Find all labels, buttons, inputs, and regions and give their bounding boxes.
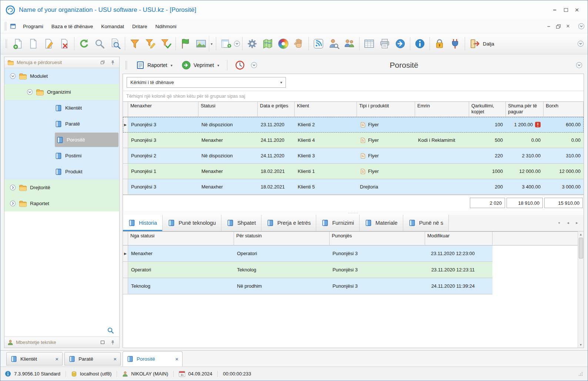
table-row[interactable]: ▶ Punonjësi 3 Në dispozicion 23.11.2020 … bbox=[123, 117, 584, 133]
news-feed-button[interactable] bbox=[311, 36, 326, 52]
close-button[interactable]: × bbox=[571, 6, 582, 14]
history-vertical-scrollbar[interactable]: ▲ ▼ bbox=[578, 231, 584, 348]
flag-button[interactable] bbox=[178, 36, 193, 52]
view-more-options-button[interactable] bbox=[576, 62, 582, 68]
tab-scroll-left-button[interactable]: ◄ bbox=[564, 220, 572, 226]
minimize-button[interactable]: – bbox=[549, 6, 560, 14]
data-search-combobox[interactable]: Kërkimi i të dhënave ▾ bbox=[127, 77, 286, 88]
table-row[interactable]: Punonjësi 3 Menaxher 24.11.2020 Klienti … bbox=[123, 133, 584, 148]
tab-pune-teknologu[interactable]: Punë teknologu bbox=[163, 215, 221, 231]
copy-document-button[interactable] bbox=[26, 36, 41, 52]
support-panel-header[interactable]: Mbeshtetje teknike bbox=[4, 337, 119, 348]
delete-document-button[interactable] bbox=[57, 36, 72, 52]
lock-button[interactable] bbox=[432, 36, 447, 52]
search-button[interactable] bbox=[92, 36, 107, 52]
info-button[interactable] bbox=[412, 36, 428, 52]
go-next-button[interactable] bbox=[392, 36, 408, 52]
splitter-handle[interactable]: ······· bbox=[123, 211, 584, 215]
table-button[interactable] bbox=[361, 36, 377, 52]
doc-tab-porosite[interactable]: Porositë × bbox=[123, 351, 183, 367]
image-button[interactable] bbox=[193, 36, 209, 52]
tree-item-produkt[interactable]: Produkt bbox=[4, 164, 119, 180]
column-header-modifikuar[interactable]: Modifikuar bbox=[425, 231, 492, 245]
column-header-emrin[interactable]: Emrin bbox=[415, 101, 469, 117]
table-row[interactable]: Punonjësi 2 Në dispozicion 24.11.2020 Kl… bbox=[123, 148, 584, 164]
hand-button[interactable] bbox=[291, 36, 307, 52]
tab-furnizimi[interactable]: Furnizimi bbox=[316, 215, 360, 231]
filter-apply-button[interactable] bbox=[158, 36, 174, 52]
group-by-drop-zone[interactable]: Tërhiqni një kolonë që shkon këtu për të… bbox=[123, 91, 584, 101]
column-header-klient[interactable]: Klient bbox=[295, 101, 357, 117]
sidebar-float-button[interactable] bbox=[99, 59, 106, 66]
tree-item-modulet[interactable]: Modulet bbox=[4, 68, 119, 84]
menu-komandat[interactable]: Komandat bbox=[97, 20, 128, 33]
view-toolbar-grip[interactable] bbox=[126, 61, 127, 70]
scrollbar-thumb[interactable] bbox=[579, 238, 583, 258]
add-panel-button[interactable] bbox=[218, 36, 234, 52]
support-float-button[interactable] bbox=[99, 339, 106, 346]
tab-shpatet[interactable]: Shpatet bbox=[221, 215, 261, 231]
mdi-minimize-button[interactable]: – bbox=[544, 22, 554, 30]
column-header-nga-statusi[interactable]: Nga statusi bbox=[128, 231, 234, 245]
filter-edit-button[interactable] bbox=[143, 36, 158, 52]
tree-item-drejtorite[interactable]: Drejtoritë bbox=[4, 180, 119, 195]
column-header-per-statusin[interactable]: Për statusin bbox=[234, 231, 330, 245]
view-toolbar-more-button[interactable] bbox=[251, 62, 257, 68]
toolbar-more-options-button[interactable] bbox=[577, 40, 584, 47]
column-header-qarkullimi[interactable]: Qarkullimi, kopjet bbox=[469, 101, 506, 117]
close-tab-icon[interactable]: × bbox=[55, 356, 59, 362]
column-header-statusi[interactable]: Statusi bbox=[198, 101, 258, 117]
plug-button[interactable] bbox=[447, 36, 463, 52]
tree-item-parate[interactable]: Paratë bbox=[4, 116, 119, 132]
table-row[interactable]: Teknolog Në prodhim Punonjësi 3 24.11.20… bbox=[123, 278, 578, 294]
filter-button[interactable] bbox=[127, 36, 143, 52]
image-dropdown-button[interactable]: ▾ bbox=[209, 36, 214, 52]
map-button[interactable] bbox=[260, 36, 275, 52]
tab-prerja-e-letres[interactable]: Prerja e letrës bbox=[261, 215, 316, 231]
column-header-tipi-produktit[interactable]: Tipi i produktit bbox=[357, 101, 415, 117]
edit-document-button[interactable] bbox=[41, 36, 57, 52]
settings-button[interactable] bbox=[244, 36, 260, 52]
new-document-button[interactable] bbox=[10, 36, 26, 52]
close-tab-icon[interactable]: × bbox=[113, 356, 117, 362]
menu-ndihmoni[interactable]: Ndihmoni bbox=[151, 20, 180, 33]
color-wheel-button[interactable] bbox=[275, 36, 291, 52]
support-pin-button[interactable] bbox=[109, 339, 116, 346]
raportet-button[interactable]: Raportet ▾ bbox=[133, 59, 176, 71]
menubar-grip[interactable] bbox=[5, 22, 6, 31]
mdi-close-button[interactable]: × bbox=[563, 22, 573, 30]
maximize-button[interactable] bbox=[560, 6, 571, 14]
doc-tab-parate[interactable]: Paratë × bbox=[64, 352, 121, 365]
user-search-button[interactable] bbox=[326, 36, 342, 52]
tab-scroll-right-button[interactable]: ► bbox=[573, 220, 581, 226]
toolbar-group-more-button[interactable] bbox=[234, 40, 240, 47]
menu-baza-e-te-dhenave[interactable]: Baza e të dhënave bbox=[47, 20, 97, 33]
users-group-button[interactable] bbox=[342, 36, 357, 52]
timer-button[interactable] bbox=[232, 59, 248, 71]
column-header-punonjes[interactable]: Punonjës bbox=[330, 231, 425, 245]
menubar-more-options-button[interactable] bbox=[578, 23, 585, 30]
tree-item-postimi[interactable]: Postimi bbox=[4, 148, 119, 164]
tab-pune-ne-s[interactable]: Punë në s bbox=[403, 215, 449, 231]
tab-materiale[interactable]: Materiale bbox=[360, 215, 403, 231]
table-row[interactable]: Punonjësi 1 Menaxher 18.02.2021 Klienti … bbox=[123, 164, 584, 179]
scroll-down-icon[interactable]: ▼ bbox=[578, 342, 584, 348]
tree-item-klientet[interactable]: Klientët bbox=[4, 100, 119, 116]
exit-button[interactable]: Dalja bbox=[467, 38, 497, 49]
column-header-shuma[interactable]: Shuma për të paguar bbox=[506, 101, 544, 117]
menu-programi[interactable]: Programi bbox=[19, 20, 47, 33]
search-data-button[interactable] bbox=[107, 36, 123, 52]
tree-search-button[interactable] bbox=[107, 327, 114, 334]
scroll-up-icon[interactable]: ▲ bbox=[578, 231, 584, 237]
table-row[interactable]: Operatori Teknolog Punonjësi 3 23.11.202… bbox=[123, 262, 578, 278]
doc-tab-klientet[interactable]: Klientët × bbox=[6, 352, 63, 365]
tree-item-organizimi[interactable]: Organizimi bbox=[4, 84, 119, 100]
veprimet-button[interactable]: Veprimet ▾ bbox=[178, 59, 222, 71]
refresh-button[interactable] bbox=[76, 36, 92, 52]
table-row[interactable]: ▶ Menaxher Operatori Punonjësi 3 23.11.2… bbox=[123, 245, 578, 262]
table-row[interactable]: Punonjësi 3 Menaxher 18.02.2021 Klienti … bbox=[123, 179, 584, 195]
menu-dritare[interactable]: Dritare bbox=[128, 20, 151, 33]
column-header-data-e-pritjes[interactable]: Data e pritjes bbox=[258, 101, 295, 117]
tree-item-porosite-selected[interactable]: Porositë bbox=[4, 132, 119, 148]
mdi-restore-button[interactable] bbox=[554, 22, 563, 30]
